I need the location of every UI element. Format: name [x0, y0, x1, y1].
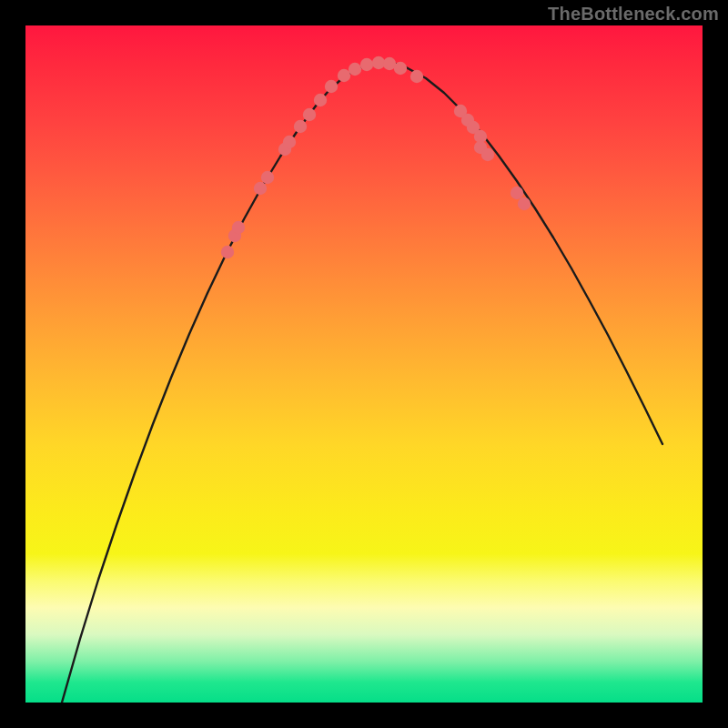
chart-frame: TheBottleneck.com	[0, 0, 728, 728]
curve-marker	[394, 62, 407, 75]
curve-marker	[261, 171, 274, 184]
curve-marker	[511, 187, 523, 199]
curve-marker	[294, 120, 307, 133]
plot-area	[25, 25, 703, 703]
curve-marker	[338, 69, 350, 82]
curve-marker	[349, 63, 361, 76]
bottleneck-curve	[62, 63, 662, 703]
curve-marker	[314, 94, 327, 106]
watermark-text: TheBottleneck.com	[548, 4, 719, 25]
curve-marker	[221, 246, 234, 258]
curve-marker	[410, 70, 423, 83]
curve-layer	[25, 25, 703, 703]
curve-marker	[325, 80, 338, 93]
curve-marker	[232, 221, 245, 234]
curve-marker	[283, 136, 296, 148]
curve-marker	[518, 197, 531, 210]
curve-marker	[360, 58, 373, 71]
curve-markers	[221, 56, 531, 258]
curve-marker	[303, 108, 316, 121]
curve-marker	[481, 148, 494, 161]
curve-marker	[254, 182, 267, 195]
